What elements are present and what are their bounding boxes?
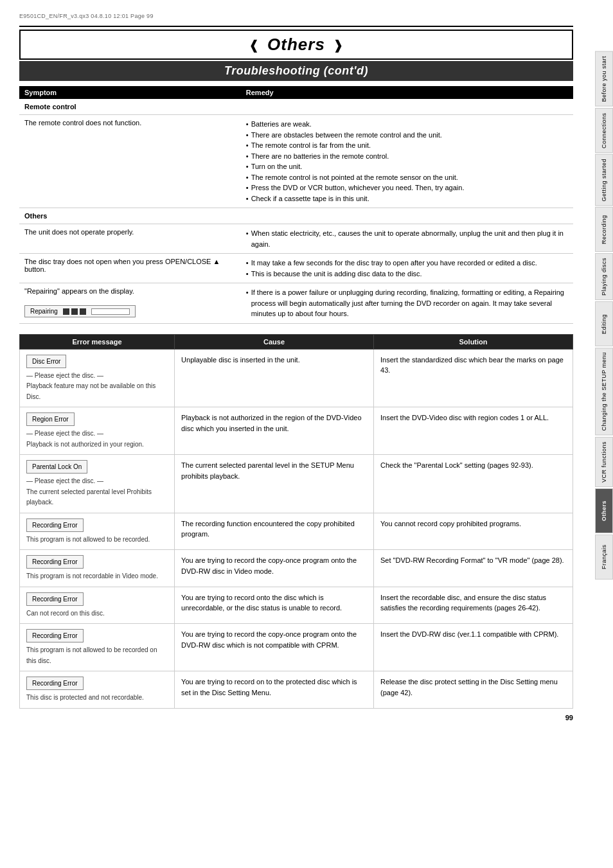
- tab-setup-menu[interactable]: Changing the SETUP menu: [595, 348, 613, 435]
- remedy-item: This is because the unit is adding disc …: [246, 269, 568, 279]
- error-box-region: Region Error: [26, 412, 75, 426]
- cause-header: Cause: [175, 334, 374, 349]
- repairing-text: Repairing: [30, 308, 58, 315]
- main-content: E9501CD_EN/FR_v3.qx3 04.8.10 12:01 Page …: [0, 0, 592, 741]
- top-border-line: [19, 26, 573, 27]
- error-recording-4: Recording Error This program is not allo…: [20, 624, 175, 671]
- cause-disc-error: Unplayable disc is inserted in the unit.: [175, 349, 374, 407]
- table-row: Recording Error This disc is protected a…: [20, 671, 573, 709]
- error-sub-recording-5: This disc is protected and not recordabl…: [26, 694, 144, 701]
- cause-recording-5: You are trying to record on to the prote…: [175, 671, 374, 709]
- error-sub-recording-3: Can not record on this disc.: [26, 610, 105, 617]
- tab-getting-started[interactable]: Getting started: [595, 154, 613, 206]
- error-region-error: Region Error — Please eject the disc. —P…: [20, 407, 175, 455]
- tab-vcr-functions[interactable]: VCR functions: [595, 437, 613, 487]
- title-box: ❰ Others ❱: [19, 30, 573, 60]
- table-row: Remote control: [19, 99, 573, 115]
- right-tabs: Before you start Connections Getting sta…: [595, 51, 613, 580]
- remedy-item: Batteries are weak.: [246, 119, 568, 130]
- solution-header: Solution: [374, 334, 573, 349]
- solution-recording-2: Set "DVD-RW Recording Format" to "VR mod…: [374, 550, 573, 587]
- table-row: Others: [19, 208, 573, 224]
- tab-editing[interactable]: Editing: [595, 301, 613, 346]
- dot-block-1: [63, 308, 69, 315]
- error-recording-1: Recording Error This program is not allo…: [20, 513, 175, 550]
- table-row: Disc Error — Please eject the disc. —Pla…: [20, 349, 573, 407]
- error-table: Error message Cause Solution Disc Error …: [19, 334, 573, 709]
- solution-recording-3: Insert the recordable disc, and ensure t…: [374, 587, 573, 624]
- error-box-parental: Parental Lock On: [26, 460, 87, 474]
- solution-parental-lock: Check the "Parental Lock" setting (pages…: [374, 455, 573, 513]
- symptom-repairing: "Repairing" appears on the display. Repa…: [19, 283, 241, 324]
- symptom-remote-control: The remote control does not function.: [19, 115, 241, 208]
- remedy-item: Check if a cassette tape is in this unit…: [246, 193, 568, 204]
- remedy-not-operate: When static electricity, etc., causes th…: [241, 224, 573, 254]
- error-sub-parental-1: — Please eject the disc. —The current se…: [26, 477, 152, 506]
- cause-recording-4: You are trying to record the copy-once p…: [175, 624, 374, 671]
- remedy-remote-control: Batteries are weak. There are obstacles …: [241, 115, 573, 208]
- cause-parental-lock: The current selected parental level in t…: [175, 455, 374, 513]
- error-msg-header: Error message: [20, 334, 175, 349]
- title-corner-left-icon: ❰: [249, 37, 260, 53]
- cause-region-error: Playback is not authorized in the region…: [175, 407, 374, 455]
- remedy-disc-tray: It may take a few seconds for the disc t…: [241, 254, 573, 283]
- page-wrapper: Before you start Connections Getting sta…: [0, 0, 613, 868]
- table-row: Region Error — Please eject the disc. —P…: [20, 407, 573, 455]
- error-recording-2: Recording Error This program is not reco…: [20, 550, 175, 587]
- table-row: "Repairing" appears on the display. Repa…: [19, 283, 573, 324]
- cause-recording-3: You are trying to record onto the disc w…: [175, 587, 374, 624]
- remedy-item: If there is a power failure or unpluggin…: [246, 287, 568, 319]
- error-sub-recording-2: This program is not recordable in Video …: [26, 572, 158, 580]
- dot-block-3: [80, 308, 86, 315]
- error-box-recording-2: Recording Error: [26, 555, 84, 569]
- table-row: The remote control does not function. Ba…: [19, 115, 573, 208]
- table-row: The disc tray does not open when you pre…: [19, 254, 573, 283]
- remedy-item: There are no batteries in the remote con…: [246, 151, 568, 162]
- tab-others[interactable]: Others: [595, 488, 613, 533]
- error-box-recording-3: Recording Error: [26, 592, 84, 606]
- error-sub-disc-1: — Please eject the disc. —Playback featu…: [26, 372, 155, 400]
- error-sub-recording-1: This program is not allowed to be record…: [26, 536, 150, 543]
- page-number: 99: [19, 714, 573, 722]
- tab-connections[interactable]: Connections: [595, 108, 613, 153]
- title-corner-right-icon: ❱: [333, 37, 344, 53]
- cause-recording-2: You are trying to record the copy-once p…: [175, 550, 374, 587]
- error-box-recording-4: Recording Error: [26, 629, 84, 642]
- remedy-item: When static electricity, etc., causes th…: [246, 228, 568, 249]
- error-box-recording-1: Recording Error: [26, 518, 84, 532]
- tab-recording[interactable]: Recording: [595, 207, 613, 252]
- error-sub-recording-4: This program is not allowed to be record…: [26, 646, 157, 664]
- subtitle: Troubleshooting (cont'd): [224, 64, 368, 77]
- solution-recording-5: Release the disc protect setting in the …: [374, 671, 573, 709]
- repairing-dots: [63, 308, 86, 315]
- table-row: The unit does not operate properly. When…: [19, 224, 573, 254]
- category-remote-control: Remote control: [19, 99, 573, 115]
- solution-recording-4: Insert the DVD-RW disc (ver.1.1 compatib…: [374, 624, 573, 671]
- symptom-not-operate: The unit does not operate properly.: [19, 224, 241, 254]
- error-disc-error: Disc Error — Please eject the disc. —Pla…: [20, 349, 175, 407]
- symptom-header: Symptom: [19, 86, 241, 99]
- error-recording-5: Recording Error This disc is protected a…: [20, 671, 175, 709]
- remedy-item: Turn on the unit.: [246, 161, 568, 172]
- tab-before-you-start[interactable]: Before you start: [595, 51, 613, 107]
- remedy-item: Press the DVD or VCR button, whichever y…: [246, 182, 568, 193]
- table-row: Recording Error This program is not allo…: [20, 624, 573, 671]
- dot-block-2: [71, 308, 78, 315]
- table-row: Recording Error This program is not allo…: [20, 513, 573, 550]
- solution-disc-error: Insert the standardized disc which bear …: [374, 349, 573, 407]
- error-recording-3: Recording Error Can not record on this d…: [20, 587, 175, 624]
- remedy-item: The remote control is not pointed at the…: [246, 172, 568, 183]
- tab-francais[interactable]: Français: [595, 535, 613, 580]
- file-info: E9501CD_EN/FR_v3.qx3 04.8.10 12:01 Page …: [19, 13, 573, 19]
- tab-playing-discs[interactable]: Playing discs: [595, 253, 613, 300]
- table-row: Recording Error Can not record on this d…: [20, 587, 573, 624]
- subtitle-box: Troubleshooting (cont'd): [19, 61, 573, 81]
- error-parental-lock: Parental Lock On — Please eject the disc…: [20, 455, 175, 513]
- repairing-progress-bar: [91, 308, 130, 315]
- solution-recording-1: You cannot record copy prohibited progra…: [374, 513, 573, 550]
- table-row: Parental Lock On — Please eject the disc…: [20, 455, 573, 513]
- remedy-header: Remedy: [241, 86, 573, 99]
- remedy-item: The remote control is far from the unit.: [246, 140, 568, 151]
- error-sub-region-1: — Please eject the disc. —Playback is no…: [26, 430, 144, 448]
- troubleshooting-table: Symptom Remedy Remote control The remote…: [19, 86, 573, 324]
